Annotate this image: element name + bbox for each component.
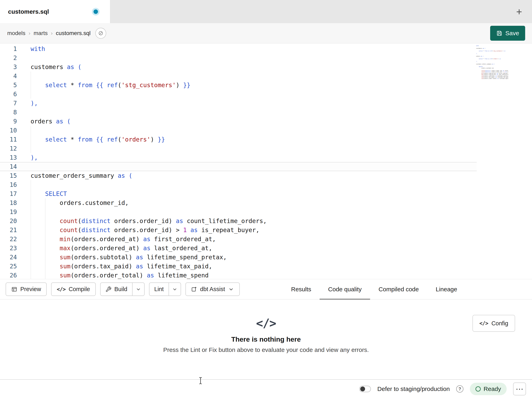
code-line-25[interactable]: 25 sum(orders.tax_paid) as lifetime_tax_…: [0, 262, 477, 271]
line-number: 15: [0, 171, 17, 180]
line-number: 7: [0, 99, 17, 108]
line-number: 1: [0, 44, 17, 53]
save-label: Save: [506, 30, 519, 37]
tab-label: customers.sql: [8, 8, 49, 15]
config-label: Config: [491, 320, 508, 327]
dbt-assist-button[interactable]: dbt Assist: [185, 282, 240, 296]
code-line-18[interactable]: 18 orders.customer_id,: [0, 198, 477, 207]
code-area[interactable]: 1with23customers as (45 select * from {{…: [0, 44, 532, 279]
line-number: 2: [0, 53, 17, 62]
breadcrumb-bar: models›marts›customers.sql Save: [0, 23, 532, 44]
code-editor[interactable]: 1with23customers as (45 select * from {{…: [0, 44, 532, 279]
config-button[interactable]: </> Config: [472, 315, 515, 332]
toggle-knob: [360, 386, 365, 391]
panel-tab-results[interactable]: Results: [283, 279, 320, 299]
compile-button[interactable]: </> Compile: [51, 282, 95, 296]
build-dropdown-toggle[interactable]: [132, 283, 144, 295]
lint-dropdown-toggle[interactable]: [169, 283, 181, 295]
preview-label: Preview: [20, 286, 41, 293]
code-line-24[interactable]: 24 sum(orders.subtotal) as lifetime_spen…: [0, 253, 477, 262]
more-options-button[interactable]: ⋯: [513, 383, 526, 395]
panel-tabs: ResultsCode qualityCompiled codeLineage: [283, 279, 466, 299]
breadcrumb-item-models[interactable]: models: [7, 30, 25, 36]
code-line-7[interactable]: 7),: [0, 99, 477, 108]
empty-state: </> There is nothing here Press the Lint…: [0, 300, 532, 353]
chevron-down-icon: [136, 287, 141, 292]
new-tab-button[interactable]: +: [513, 6, 525, 18]
compile-label: Compile: [69, 286, 90, 293]
lint-label: Lint: [154, 286, 164, 293]
panel-tab-lineage[interactable]: Lineage: [427, 279, 466, 299]
code-line-26[interactable]: 26 sum(orders.order_total) as lifetime_s…: [0, 271, 477, 279]
line-number: 13: [0, 153, 17, 162]
wrench-icon: [105, 286, 111, 292]
line-number: 5: [0, 80, 17, 90]
toolbar-buttons: Preview </> Compile Build Lint: [0, 279, 240, 299]
line-number: 10: [0, 126, 17, 135]
line-number: 11: [0, 135, 17, 144]
results-panel: </> Config </> There is nothing here Pre…: [0, 300, 532, 379]
ready-label: Ready: [483, 385, 501, 392]
code-line-4[interactable]: 4: [0, 72, 477, 80]
ide-window: customers.sql + models›marts›customers.s…: [0, 0, 532, 398]
defer-label: Defer to staging/production: [377, 385, 450, 392]
breadcrumb-item-marts[interactable]: marts: [34, 30, 48, 36]
status-bar: Defer to staging/production ? Ready ⋯: [0, 379, 532, 398]
help-icon[interactable]: ?: [456, 385, 463, 392]
chevron-down-icon: [172, 287, 177, 292]
panel-tab-code-quality[interactable]: Code quality: [320, 279, 370, 299]
code-line-22[interactable]: 22 min(orders.ordered_at) as first_order…: [0, 235, 477, 244]
breadcrumb-item-customers-sql[interactable]: customers.sql: [56, 30, 91, 36]
code-line-13[interactable]: 13),: [0, 153, 477, 162]
code-line-21[interactable]: 21 count(distinct orders.order_id) > 1 a…: [0, 225, 477, 235]
line-number: 25: [0, 262, 17, 271]
code-line-11[interactable]: 11 select * from {{ ref('orders') }}: [0, 135, 477, 144]
code-icon: </>: [57, 286, 66, 292]
code-line-5[interactable]: 5 select * from {{ ref('stg_customers') …: [0, 80, 477, 90]
code-line-20[interactable]: 20 count(distinct orders.order_id) as co…: [0, 216, 477, 225]
code-line-9[interactable]: 9orders as (: [0, 117, 477, 126]
code-line-17[interactable]: 17 SELECT: [0, 189, 477, 198]
dbt-assist-icon: [191, 286, 197, 292]
lint-split-button: Lint: [149, 282, 181, 296]
empty-state-description: Press the Lint or Fix button above to ev…: [0, 346, 532, 353]
code-brackets-icon: </>: [0, 316, 532, 330]
code-line-16[interactable]: 16: [0, 180, 477, 189]
code-line-15[interactable]: 15customer_orders_summary as (: [0, 171, 477, 180]
lint-button[interactable]: Lint: [149, 283, 169, 295]
code-line-23[interactable]: 23 max(orders.ordered_at) as last_ordere…: [0, 244, 477, 253]
code-line-8[interactable]: 8: [0, 108, 477, 117]
code-line-14[interactable]: 14: [0, 162, 477, 171]
line-number: 26: [0, 271, 17, 279]
line-number: 20: [0, 216, 17, 225]
line-number: 3: [0, 62, 17, 72]
breadcrumb: models›marts›customers.sql: [7, 30, 90, 36]
line-number: 19: [0, 207, 17, 216]
file-action-icon[interactable]: [95, 28, 106, 39]
empty-state-title: There is nothing here: [0, 335, 532, 343]
save-button[interactable]: Save: [490, 26, 525, 41]
line-number: 22: [0, 235, 17, 244]
code-line-2[interactable]: 2: [0, 53, 477, 62]
preview-button[interactable]: Preview: [6, 282, 47, 296]
code-line-3[interactable]: 3customers as (: [0, 62, 477, 72]
code-line-19[interactable]: 19: [0, 207, 477, 216]
editor-tab-customers-sql[interactable]: customers.sql: [0, 0, 110, 23]
code-icon: </>: [479, 320, 488, 326]
build-label: Build: [114, 286, 127, 293]
panel-tab-compiled-code[interactable]: Compiled code: [370, 279, 427, 299]
line-number: 12: [0, 144, 17, 153]
build-button[interactable]: Build: [101, 283, 132, 295]
line-number: 6: [0, 90, 17, 99]
breadcrumb-separator: ›: [51, 30, 53, 36]
code-line-6[interactable]: 6: [0, 90, 477, 99]
line-number: 14: [0, 162, 17, 171]
line-number: 17: [0, 189, 17, 198]
build-split-button: Build: [100, 282, 145, 296]
code-line-12[interactable]: 12: [0, 144, 477, 153]
code-line-10[interactable]: 10: [0, 126, 477, 135]
breadcrumb-separator: ›: [29, 30, 30, 36]
code-line-1[interactable]: 1with: [0, 44, 477, 53]
defer-toggle[interactable]: [359, 386, 371, 392]
minimap[interactable]: withcustomers as ( select * from {{ ref(…: [476, 45, 508, 79]
